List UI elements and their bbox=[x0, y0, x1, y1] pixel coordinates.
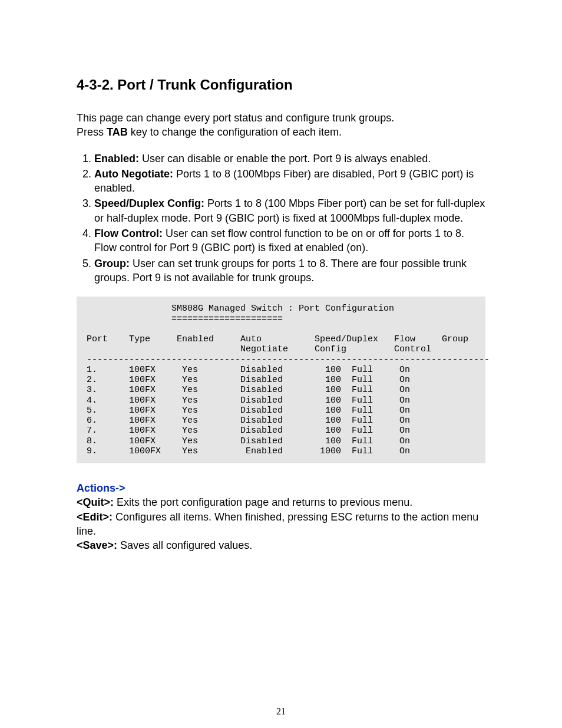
intro-paragraph: This page can change every port status a… bbox=[77, 111, 485, 140]
terminal-row: 8. 100FX Yes Disabled 100 Full On bbox=[81, 436, 410, 446]
terminal-row: 4. 100FX Yes Disabled 100 Full On bbox=[81, 396, 410, 406]
terminal-row: 6. 100FX Yes Disabled 100 Full On bbox=[81, 416, 410, 426]
list-item: Enabled: User can disable or enable the … bbox=[94, 151, 485, 166]
tab-key-label: TAB bbox=[107, 126, 128, 138]
actions-heading: Actions-> bbox=[77, 481, 485, 495]
terminal-screenshot: SM808G Managed Switch : Port Configurati… bbox=[77, 297, 485, 463]
action-item: <Edit>: Configures all items. When finis… bbox=[77, 510, 485, 539]
terminal-row: 9. 1000FX Yes Enabled 1000 Full On bbox=[81, 446, 410, 456]
action-label: <Quit>: bbox=[77, 496, 114, 508]
terminal-row: 2. 100FX Yes Disabled 100 Full On bbox=[81, 375, 410, 385]
terminal-row: 5. 100FX Yes Disabled 100 Full On bbox=[81, 406, 410, 416]
terminal-row: 1. 100FX Yes Disabled 100 Full On bbox=[81, 365, 410, 375]
item-text: User can set trunk groups for ports 1 to… bbox=[94, 258, 467, 284]
document-page: 4-3-2. Port / Trunk Configuration This p… bbox=[0, 0, 562, 728]
action-item: <Quit>: Exits the port configuration pag… bbox=[77, 495, 485, 509]
item-label: Enabled: bbox=[94, 153, 139, 164]
intro-line-1: This page can change every port status a… bbox=[77, 112, 394, 124]
section-heading: 4-3-2. Port / Trunk Configuration bbox=[77, 77, 485, 93]
item-label: Speed/Duplex Config: bbox=[94, 197, 204, 209]
item-text: User can disable or enable the port. Por… bbox=[139, 153, 431, 164]
list-item: Speed/Duplex Config: Ports 1 to 8 (100 M… bbox=[94, 196, 485, 225]
intro-line-2c: key to change the configuration of each … bbox=[128, 126, 342, 138]
action-text: Exits the port configuration page and re… bbox=[114, 496, 412, 508]
item-label: Group: bbox=[94, 258, 130, 269]
terminal-separator: ----------------------------------------… bbox=[81, 355, 490, 365]
terminal-header-2: Negotiate Config Control bbox=[81, 344, 431, 354]
action-label: <Edit>: bbox=[77, 511, 113, 523]
list-item: Group: User can set trunk groups for por… bbox=[94, 256, 485, 285]
action-text: Saves all configured values. bbox=[117, 539, 252, 551]
list-item: Flow Control: User can set flow control … bbox=[94, 226, 485, 255]
action-item: <Save>: Saves all configured values. bbox=[77, 538, 485, 552]
terminal-title: SM808G Managed Switch : Port Configurati… bbox=[81, 304, 394, 314]
action-label: <Save>: bbox=[77, 539, 117, 551]
action-text: Configures all items. When finished, pre… bbox=[77, 511, 478, 537]
actions-section: Actions-> <Quit>: Exits the port configu… bbox=[77, 481, 485, 552]
item-label: Auto Negotiate: bbox=[94, 168, 173, 180]
intro-line-2a: Press bbox=[77, 126, 107, 138]
terminal-row: 7. 100FX Yes Disabled 100 Full On bbox=[81, 426, 410, 436]
page-number: 21 bbox=[77, 706, 485, 717]
terminal-divider: ===================== bbox=[81, 314, 283, 324]
item-label: Flow Control: bbox=[94, 228, 163, 239]
terminal-row: 3. 100FX Yes Disabled 100 Full On bbox=[81, 385, 410, 395]
config-options-list: Enabled: User can disable or enable the … bbox=[77, 151, 485, 285]
terminal-header-1: Port Type Enabled Auto Speed/Duplex Flow… bbox=[81, 334, 468, 344]
list-item: Auto Negotiate: Ports 1 to 8 (100Mbps Fi… bbox=[94, 167, 485, 196]
